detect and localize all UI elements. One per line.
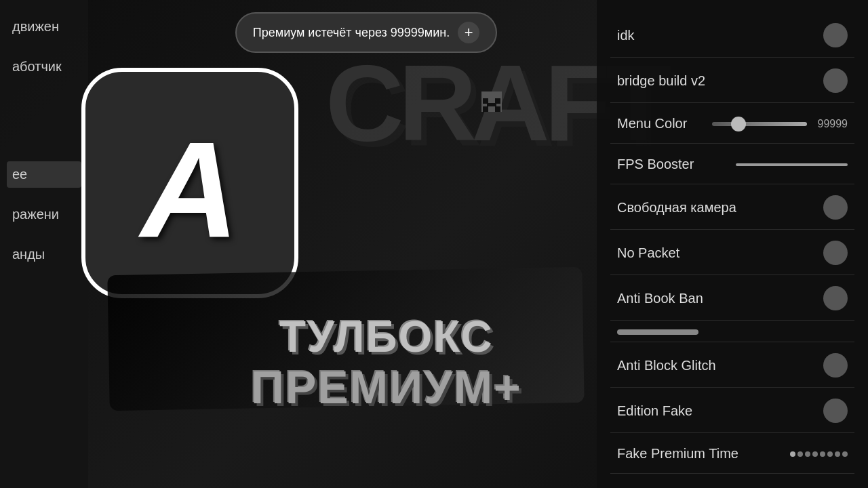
dots-indicator-fake-premium[interactable] <box>790 451 848 457</box>
dot-8 <box>842 451 848 457</box>
dot-4 <box>812 451 818 457</box>
dot-7 <box>835 451 840 457</box>
toggle-anti-block-glitch[interactable] <box>823 353 848 378</box>
fps-slider-track[interactable] <box>736 163 848 166</box>
dot-5 <box>820 451 825 457</box>
menu-color-slider[interactable] <box>712 122 807 126</box>
dot-3 <box>805 451 810 457</box>
premium-pill: Премиум истечёт через 99999мин. + <box>235 12 497 53</box>
label-bridge-build: bridge build v2 <box>617 73 823 89</box>
slider-thumb-color[interactable] <box>731 117 746 131</box>
right-panel: idk bridge build v2 Menu Color 99999 FPS… <box>597 0 868 488</box>
menu-row-idk: idk <box>610 14 854 58</box>
toggle-anti-book-ban[interactable] <box>823 286 848 310</box>
logo-area: А ТУЛБОКС ПРЕМИУМ+ <box>68 68 542 447</box>
menu-row-edition-fake: Edition Fake <box>610 389 854 433</box>
dot-6 <box>827 451 833 457</box>
sidebar-item-1[interactable]: движен <box>7 14 81 40</box>
dot-1 <box>790 451 795 457</box>
menu-row-anti-book-ban: Anti Book Ban <box>610 277 854 321</box>
plus-button[interactable]: + <box>458 22 479 43</box>
logo-letter: А <box>141 122 239 258</box>
label-fake-premium-time: Fake Premium Time <box>617 446 790 462</box>
progress-bar-row <box>610 322 854 342</box>
menu-row-menu-color: Menu Color 99999 <box>610 104 854 144</box>
dot-2 <box>797 451 803 457</box>
slider-value-color: 99999 <box>807 118 848 130</box>
toggle-no-packet[interactable] <box>823 241 848 265</box>
label-fps-booster: FPS Booster <box>617 157 729 172</box>
label-edition-fake: Edition Fake <box>617 403 823 419</box>
progress-bar <box>617 329 698 335</box>
slider-track-color[interactable] <box>712 122 807 126</box>
label-idk: idk <box>617 28 823 43</box>
label-anti-book-ban: Anti Book Ban <box>617 291 823 306</box>
menu-row-fake-premium-time: Fake Premium Time <box>610 434 854 474</box>
toggle-bridge-build[interactable] <box>823 68 848 93</box>
menu-row-no-packet: No Packet <box>610 231 854 275</box>
toolbox-title-line2: ПРЕМИУМ+ <box>251 361 522 413</box>
toggle-edition-fake[interactable] <box>823 399 848 423</box>
label-free-camera: Свободная камера <box>617 200 823 216</box>
label-no-packet: No Packet <box>617 245 823 261</box>
label-menu-color: Menu Color <box>617 116 712 131</box>
menu-row-anti-block-glitch: Anti Block Glitch <box>610 344 854 388</box>
logo-icon-inner: А <box>81 68 298 298</box>
top-bar: Премиум истечёт через 99999мин. + <box>136 12 597 53</box>
menu-row-free-camera: Свободная камера <box>610 186 854 230</box>
menu-row-fps-booster: FPS Booster <box>610 145 854 184</box>
label-anti-block-glitch: Anti Block Glitch <box>617 358 823 373</box>
toggle-idk[interactable] <box>823 23 848 47</box>
menu-row-bridge-build: bridge build v2 <box>610 59 854 103</box>
toolbox-text: ТУЛБОКС ПРЕМИУМ+ <box>251 313 522 413</box>
premium-text: Премиум истечёт через 99999мин. <box>253 26 450 40</box>
toggle-free-camera[interactable] <box>823 195 848 220</box>
toolbox-title-line1: ТУЛБОКС <box>251 313 522 361</box>
